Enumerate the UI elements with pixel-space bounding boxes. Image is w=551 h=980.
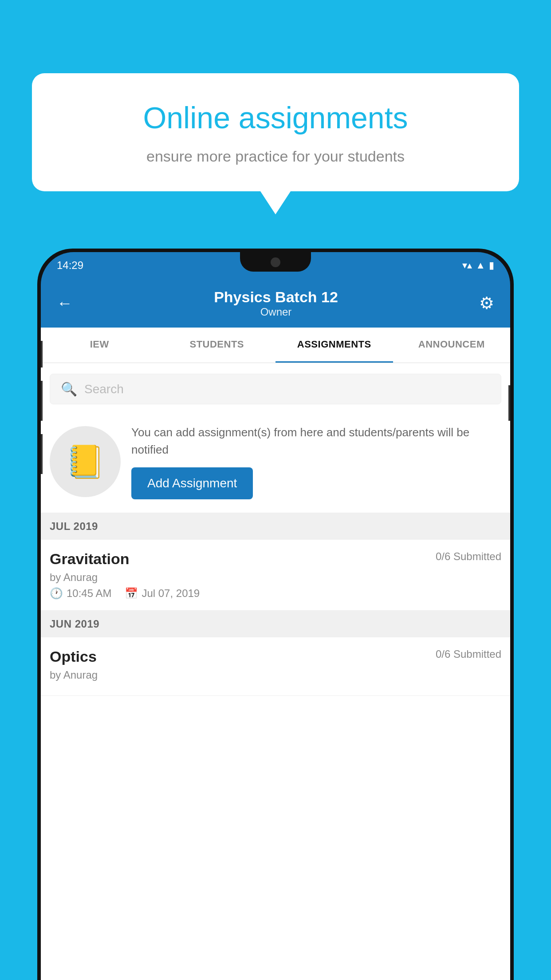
search-placeholder: Search [84,382,124,396]
owner-label: Owner [214,306,338,318]
wifi-icon: ▾▴ [462,260,472,271]
assignment-author-optics: by Anurag [50,669,501,681]
notebook-icon: 📒 [65,443,105,481]
assignment-item-gravitation[interactable]: Gravitation 0/6 Submitted by Anurag 🕐 10… [41,540,510,611]
back-button[interactable]: ← [57,294,73,312]
search-icon: 🔍 [61,381,77,397]
battery-icon: ▮ [489,260,494,271]
assignment-name: Gravitation [50,550,129,568]
tab-iew[interactable]: IEW [41,328,158,363]
volume-down-button [41,381,43,421]
assignment-name-optics: Optics [50,648,97,665]
assignment-time: 🕐 10:45 AM [50,587,111,600]
speech-bubble: Online assignments ensure more practice … [32,73,519,191]
section-jul-2019: JUL 2019 [41,513,510,540]
header-center: Physics Batch 12 Owner [214,288,338,318]
assignment-submitted: 0/6 Submitted [436,550,501,563]
assignment-meta: 🕐 10:45 AM 📅 Jul 07, 2019 [50,587,501,600]
section-jun-2019: JUN 2019 [41,611,510,637]
promo-right: You can add assignment(s) from here and … [131,424,501,499]
bubble-title: Online assignments [56,100,495,136]
search-bar[interactable]: 🔍 Search [50,374,501,404]
add-assignment-button[interactable]: Add Assignment [131,467,253,499]
status-icons: ▾▴ ▲ ▮ [462,260,494,271]
camera-dot [271,257,280,267]
status-time: 14:29 [57,259,83,272]
phone-inner: 14:29 ▾▴ ▲ ▮ ← Physics Batch 12 Owner ⚙ … [41,252,510,980]
power-button [508,385,510,421]
tab-students[interactable]: STUDENTS [158,328,276,363]
phone-frame: 14:29 ▾▴ ▲ ▮ ← Physics Batch 12 Owner ⚙ … [37,249,514,980]
time-value: 10:45 AM [67,587,111,600]
calendar-icon: 📅 [125,587,138,600]
assignment-date: 📅 Jul 07, 2019 [125,587,200,600]
assignment-author: by Anurag [50,571,501,584]
settings-icon[interactable]: ⚙ [479,293,494,313]
batch-title: Physics Batch 12 [214,288,338,306]
tabs-bar: IEW STUDENTS ASSIGNMENTS ANNOUNCEM [41,328,510,363]
assignment-submitted-optics: 0/6 Submitted [436,648,501,660]
assignment-top-optics: Optics 0/6 Submitted [50,648,501,665]
assignment-item-optics[interactable]: Optics 0/6 Submitted by Anurag [41,637,510,696]
promo-block: 📒 You can add assignment(s) from here an… [41,413,510,513]
tab-assignments[interactable]: ASSIGNMENTS [276,328,393,363]
content-area: 🔍 Search 📒 You can add assignment(s) fro… [41,363,510,980]
volume-up-button [41,341,43,368]
camera-button [41,434,43,474]
promo-icon-circle: 📒 [50,426,121,497]
signal-icon: ▲ [476,260,485,271]
phone-notch [240,252,311,272]
promo-text: You can add assignment(s) from here and … [131,424,501,458]
tab-announcements[interactable]: ANNOUNCEM [393,328,511,363]
assignment-top: Gravitation 0/6 Submitted [50,550,501,568]
bubble-subtitle: ensure more practice for your students [56,146,495,167]
app-header: ← Physics Batch 12 Owner ⚙ [41,279,510,328]
clock-icon: 🕐 [50,587,63,600]
date-value: Jul 07, 2019 [142,587,200,600]
